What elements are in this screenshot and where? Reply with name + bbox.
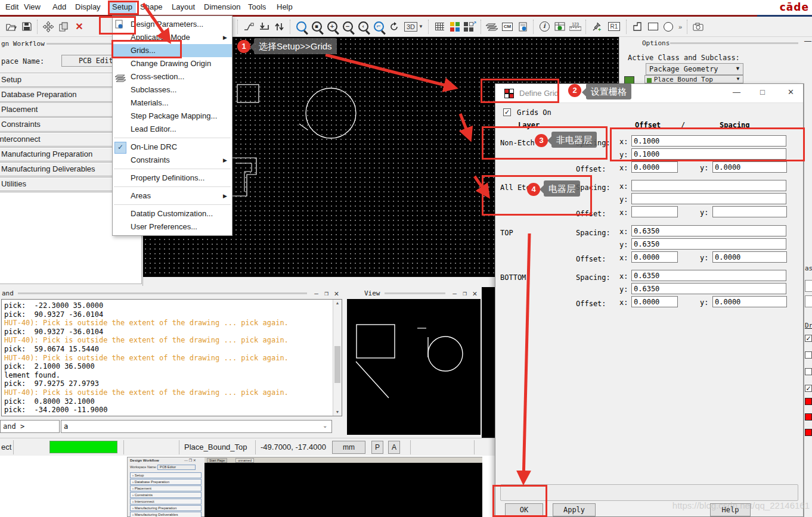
dialog-titlebar[interactable]: Define Grid — □ ✕	[495, 84, 803, 103]
all-etch-spacing-y-input[interactable]	[631, 193, 786, 204]
close-icon[interactable]: ✕	[331, 289, 342, 298]
non-etch-offset-x-input[interactable]	[631, 161, 678, 173]
zoom-in-icon[interactable]: +	[324, 19, 340, 35]
menu-add[interactable]: Add	[49, 1, 70, 13]
zoom-out-icon[interactable]: −	[340, 19, 355, 35]
menu-item-design-parameters[interactable]: Design Parameters...	[113, 18, 232, 31]
pin-icon[interactable]: +	[589, 19, 605, 35]
menu-item-grids[interactable]: Grids...	[113, 44, 232, 57]
command-window-titlebar[interactable]: and — ❐ ✕	[0, 287, 343, 299]
zoom-selection-icon[interactable]: ⌐	[371, 19, 386, 35]
swap-layers-icon[interactable]: ↗	[463, 19, 478, 35]
scroll-down-icon[interactable]: ▼	[333, 409, 342, 416]
sliver-checkbox[interactable]: ✓	[805, 335, 812, 342]
console-scrollbar[interactable]: ▲ ▼	[333, 300, 342, 416]
shape-circle-icon[interactable]	[661, 19, 676, 35]
menu-item-change-drawing-origin[interactable]: Change Drawing Origin	[113, 57, 232, 70]
restore-icon[interactable]: ❐	[460, 289, 470, 297]
sliver-checkbox[interactable]	[805, 368, 812, 375]
cm-view-icon[interactable]: CM	[500, 19, 515, 35]
refdes-icon[interactable]: R1	[605, 19, 624, 35]
close-icon[interactable]: ✕	[470, 289, 480, 298]
zoom-previous-icon[interactable]: ‹	[355, 19, 371, 35]
subclass-dropdown[interactable]: Place_Bound_Top ▼	[644, 75, 743, 83]
menu-item-application-mode[interactable]: Application Mode▶	[113, 31, 232, 44]
color-dialog-icon[interactable]	[447, 19, 463, 35]
top-offset-x-input[interactable]	[631, 251, 678, 263]
delete-icon[interactable]: ✕	[72, 19, 87, 35]
grid-toggle-icon[interactable]	[432, 19, 447, 35]
sliver-checkbox[interactable]	[805, 351, 812, 359]
toolbar-overflow[interactable]: »	[676, 19, 684, 35]
apply-button[interactable]: Apply	[553, 503, 596, 516]
menu-item-user-preferences[interactable]: User Preferences...	[113, 220, 232, 233]
class-dropdown[interactable]: Package Geometry ▼	[646, 63, 743, 75]
zoom-fit-icon[interactable]: ▪	[309, 19, 324, 35]
bottom-spacing-y-input[interactable]	[631, 283, 786, 294]
all-etch-offset-y-input[interactable]	[712, 206, 787, 217]
scroll-up-icon[interactable]: ▲	[333, 300, 342, 307]
table-info-icon[interactable]	[552, 19, 568, 35]
minimize-icon[interactable]: —	[450, 289, 460, 297]
route-icon[interactable]	[241, 19, 256, 35]
restore-icon[interactable]: ❐	[321, 289, 331, 297]
copy-icon[interactable]	[56, 19, 72, 35]
scroll-thumb[interactable]	[334, 346, 340, 383]
p-button[interactable]: P	[371, 441, 383, 454]
zoom-points-icon[interactable]	[293, 19, 309, 35]
menu-item-step-package-mapping[interactable]: Step Package Mapping...	[113, 110, 232, 123]
menu-display[interactable]: Display	[72, 1, 104, 13]
menu-item-materials[interactable]: Materials...	[113, 96, 232, 110]
non-etch-spacing-y-input[interactable]	[631, 148, 786, 160]
prmed-icon[interactable]	[515, 19, 531, 35]
save-icon[interactable]	[19, 19, 35, 35]
options-collapse-icon[interactable]: —	[804, 37, 811, 45]
top-spacing-y-input[interactable]	[631, 238, 786, 250]
export-icon[interactable]	[256, 19, 272, 35]
measure-icon[interactable]: 123	[568, 19, 583, 35]
open-folder-icon[interactable]	[4, 19, 19, 35]
grids-on-checkbox[interactable]: ✓	[503, 108, 511, 116]
shape-polygon-icon[interactable]	[630, 19, 645, 35]
menu-help[interactable]: Help	[273, 1, 296, 13]
close-icon[interactable]: ✕	[788, 88, 794, 96]
all-etch-spacing-x-input[interactable]	[631, 180, 786, 191]
menu-tools[interactable]: Tools	[244, 1, 269, 13]
view-window-titlebar[interactable]: View — ❐ ✕	[346, 287, 482, 299]
all-etch-offset-x-input[interactable]	[631, 206, 678, 217]
sliver-checkbox[interactable]: ✓	[805, 385, 812, 392]
menu-item-lead-editor[interactable]: Lead Editor...	[113, 123, 232, 136]
move-icon[interactable]	[41, 19, 56, 35]
minimize-icon[interactable]: —	[733, 88, 740, 96]
import-icon[interactable]	[272, 19, 287, 35]
menu-setup[interactable]: Setup	[109, 1, 136, 13]
command-console[interactable]: pick: -22.3000 35.0000 pick: 90.9327 -36…	[1, 299, 342, 416]
snapshot-icon[interactable]	[690, 19, 706, 35]
3d-view-button[interactable]: 3D▼	[402, 19, 426, 35]
top-offset-y-input[interactable]	[712, 251, 787, 263]
menu-item-online-drc[interactable]: ✓On-Line DRC	[113, 141, 232, 154]
menu-item-cross-section[interactable]: Cross-section...	[113, 70, 232, 83]
minimize-icon[interactable]: —	[311, 289, 321, 297]
bottom-offset-x-input[interactable]	[631, 296, 678, 307]
shape-rect-icon[interactable]	[645, 19, 661, 35]
cross-section-icon[interactable]	[484, 19, 500, 35]
info-icon[interactable]: i	[537, 19, 552, 35]
menu-shape[interactable]: Shape	[137, 1, 166, 13]
menu-edit[interactable]: Edit	[2, 1, 22, 13]
menu-dimension[interactable]: Dimension	[200, 1, 244, 13]
non-etch-offset-y-input[interactable]	[712, 161, 787, 173]
ok-button[interactable]: OK	[505, 503, 543, 516]
menu-view[interactable]: View	[20, 1, 44, 13]
bottom-offset-y-input[interactable]	[712, 296, 787, 307]
menu-layout[interactable]: Layout	[168, 1, 199, 13]
non-etch-spacing-x-input[interactable]	[631, 135, 786, 147]
top-spacing-x-input[interactable]	[631, 225, 786, 236]
menu-item-datatip-customization[interactable]: Datatip Customization...	[113, 207, 232, 220]
command-history-dropdown-icon[interactable]: ⌄	[323, 422, 327, 429]
menu-item-constraints[interactable]: Constraints▶	[113, 154, 232, 167]
menu-item-areas[interactable]: Areas▶	[113, 189, 232, 203]
bottom-spacing-x-input[interactable]	[631, 270, 786, 281]
a-button[interactable]: A	[388, 441, 400, 454]
redraw-icon[interactable]	[386, 19, 402, 35]
